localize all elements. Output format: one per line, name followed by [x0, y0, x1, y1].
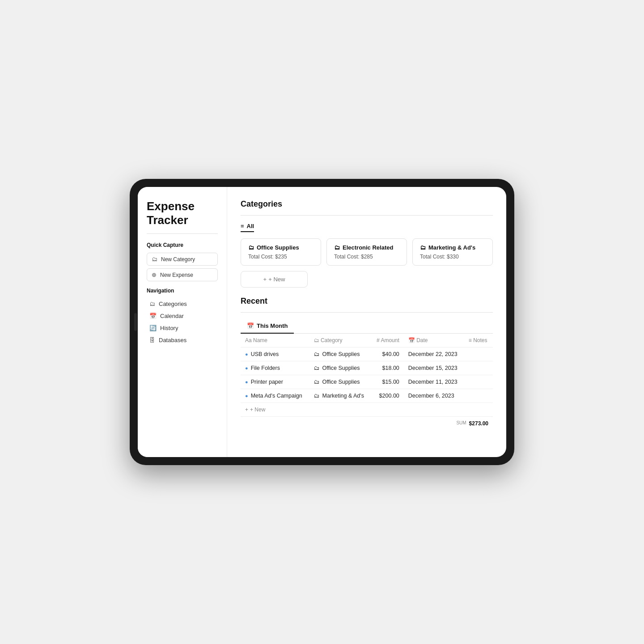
recent-title: Recent — [241, 297, 493, 306]
sidebar: Expense Tracker Quick Capture 🗂 New Cate… — [138, 187, 227, 457]
new-expense-icon: ⊕ — [152, 271, 157, 278]
this-month-tab[interactable]: 📅 This Month — [241, 319, 294, 334]
categories-grid: 🗂 Office Supplies Total Cost: $235 🗂 Ele… — [241, 238, 493, 288]
add-category-plus-icon: + — [263, 276, 267, 283]
row-amount: $15.00 — [371, 375, 404, 389]
row-name: ● File Folders — [241, 361, 309, 375]
sidebar-item-calendar[interactable]: 📅 Calendar — [147, 310, 218, 322]
navigation-label: Navigation — [147, 288, 218, 294]
row-category: 🗂 Office Supplies — [309, 361, 371, 375]
tablet-screen: Expense Tracker Quick Capture 🗂 New Cate… — [138, 187, 506, 457]
category-card-electronic[interactable]: 🗂 Electronic Related Total Cost: $285 — [326, 238, 407, 266]
row-notes — [464, 347, 493, 361]
categories-section: Categories ≡ All 🗂 Office Supplies Total… — [241, 199, 493, 288]
row-category: 🗂 Office Supplies — [309, 375, 371, 389]
all-filter-icon: ≡ — [241, 223, 244, 229]
row-amount: $18.00 — [371, 361, 404, 375]
quick-capture-label: Quick Capture — [147, 242, 218, 248]
row-name: ● Meta Ad's Campaign — [241, 389, 309, 403]
add-expense-row-button[interactable]: + + New — [241, 403, 493, 416]
row-date: December 22, 2023 — [404, 347, 464, 361]
new-expense-button[interactable]: ⊕ New Expense — [147, 268, 218, 281]
categories-divider — [241, 215, 493, 216]
table-row[interactable]: ● USB drives 🗂 Office Supplies $40.00 De… — [241, 347, 493, 361]
row-cat-icon: 🗂 — [314, 393, 320, 399]
col-header-amount: # Amount — [371, 334, 404, 347]
cat-col-icon: 🗂 — [314, 337, 321, 343]
recent-tabs: 📅 This Month — [241, 319, 493, 334]
categories-title: Categories — [241, 199, 493, 209]
electronic-related-icon: 🗂 — [334, 244, 340, 251]
history-icon: 🔄 — [149, 325, 157, 331]
databases-icon: 🗄 — [149, 337, 155, 343]
sidebar-item-categories[interactable]: 🗂 Categories — [147, 298, 218, 309]
table-row[interactable]: ● Meta Ad's Campaign 🗂 Marketing & Ad's … — [241, 389, 493, 403]
sum-row: SUM $273.00 — [241, 416, 493, 430]
table-row[interactable]: ● File Folders 🗂 Office Supplies $18.00 … — [241, 361, 493, 375]
col-header-notes: ≡ Notes — [464, 334, 493, 347]
sum-value: $273.00 — [469, 420, 488, 427]
row-name-icon: ● — [245, 379, 248, 385]
app-title: Expense Tracker — [147, 199, 218, 234]
office-supplies-icon: 🗂 — [248, 244, 254, 251]
sidebar-item-history[interactable]: 🔄 History — [147, 322, 218, 334]
sum-label: SUM — [456, 420, 466, 427]
row-cat-icon: 🗂 — [314, 351, 320, 357]
row-name-icon: ● — [245, 365, 248, 371]
row-notes — [464, 361, 493, 375]
row-amount: $40.00 — [371, 347, 404, 361]
new-category-icon: 🗂 — [152, 256, 157, 263]
row-amount: $200.00 — [371, 389, 404, 403]
row-category: 🗂 Office Supplies — [309, 347, 371, 361]
all-filter-tab[interactable]: ≡ All — [241, 223, 254, 232]
expense-table: Aa Name 🗂 Category # Amount — [241, 334, 493, 403]
table-header-row: Aa Name 🗂 Category # Amount — [241, 334, 493, 347]
row-date: December 15, 2023 — [404, 361, 464, 375]
sidebar-item-databases[interactable]: 🗄 Databases — [147, 335, 218, 346]
col-header-category: 🗂 Category — [309, 334, 371, 347]
calendar-icon: 📅 — [149, 313, 157, 319]
category-card-office[interactable]: 🗂 Office Supplies Total Cost: $235 — [241, 238, 321, 266]
add-row-plus-icon: + — [245, 407, 248, 413]
row-date: December 11, 2023 — [404, 375, 464, 389]
date-col-icon: 📅 — [408, 337, 416, 343]
col-header-name: Aa Name — [241, 334, 309, 347]
tablet-frame: Expense Tracker Quick Capture 🗂 New Cate… — [130, 179, 514, 465]
row-name: ● Printer paper — [241, 375, 309, 389]
row-cat-icon: 🗂 — [314, 379, 320, 385]
recent-divider — [241, 312, 493, 313]
marketing-ads-icon: 🗂 — [420, 244, 426, 251]
row-cat-icon: 🗂 — [314, 365, 320, 371]
row-notes — [464, 389, 493, 403]
new-category-button[interactable]: 🗂 New Category — [147, 253, 218, 266]
row-date: December 6, 2023 — [404, 389, 464, 403]
row-name-icon: ● — [245, 352, 248, 357]
category-card-marketing[interactable]: 🗂 Marketing & Ad's Total Cost: $330 — [412, 238, 493, 266]
row-name-icon: ● — [245, 393, 248, 398]
row-name: ● USB drives — [241, 347, 309, 361]
name-col-icon: Aa — [245, 337, 253, 343]
col-header-date: 📅 Date — [404, 334, 464, 347]
table-row[interactable]: ● Printer paper 🗂 Office Supplies $15.00… — [241, 375, 493, 389]
categories-icon: 🗂 — [149, 301, 155, 307]
this-month-calendar-icon: 📅 — [247, 322, 254, 329]
row-notes — [464, 375, 493, 389]
recent-section: Recent 📅 This Month Aa Name — [241, 297, 493, 430]
row-category: 🗂 Marketing & Ad's — [309, 389, 371, 403]
add-category-button[interactable]: + + New — [241, 271, 308, 288]
main-content: Categories ≡ All 🗂 Office Supplies Total… — [227, 187, 506, 457]
notes-col-icon: ≡ — [469, 337, 473, 343]
